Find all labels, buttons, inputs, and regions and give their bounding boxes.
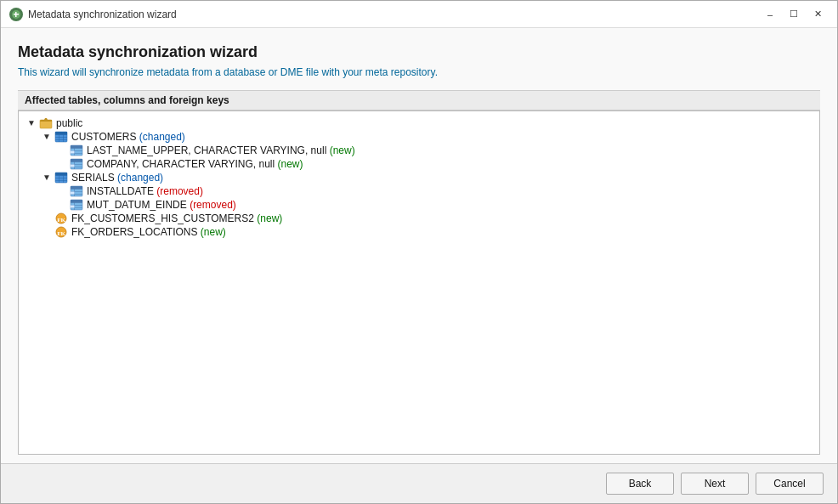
svg-rect-38 xyxy=(71,192,75,195)
svg-rect-5 xyxy=(55,132,67,135)
tree-toggle-fk2 xyxy=(41,226,53,238)
fk-icon: FK xyxy=(54,212,68,224)
tree-item-col3[interactable]: INSTALLDATE (removed) xyxy=(22,184,816,198)
maximize-button[interactable]: ☐ xyxy=(783,6,805,23)
close-button[interactable]: ✕ xyxy=(807,6,829,23)
app-icon xyxy=(9,8,23,21)
column-icon xyxy=(70,144,83,156)
tree-toggle-serials[interactable]: ▼ xyxy=(41,172,53,184)
tree-item-col2[interactable]: COMPANY, CHARACTER VARYING, null (new) xyxy=(22,157,816,171)
tree-item-col4[interactable]: MUT_DATUM_EINDE (removed) xyxy=(22,198,816,212)
tree-toggle-col3 xyxy=(56,185,68,197)
tree-label-col1: LAST_NAME_UPPER, CHARACTER VARYING, null… xyxy=(87,144,355,156)
title-bar-left: Metadata synchronization wizard xyxy=(9,8,177,21)
tree-toggle-customers[interactable]: ▼ xyxy=(41,131,53,143)
next-button[interactable]: Next xyxy=(681,473,749,495)
svg-rect-17 xyxy=(71,151,75,154)
page-subtitle: This wizard will synchronize metadata fr… xyxy=(18,66,820,78)
tree-toggle-col2 xyxy=(56,158,68,170)
table-icon xyxy=(54,131,68,143)
tree-toggle-col1 xyxy=(56,144,68,156)
tree-toggle-public[interactable]: ▼ xyxy=(25,117,37,129)
cancel-button[interactable]: Cancel xyxy=(756,473,824,495)
back-button[interactable]: Back xyxy=(606,473,674,495)
svg-rect-45 xyxy=(71,206,75,208)
footer: Back Next Cancel xyxy=(1,463,837,503)
tree-item-col1[interactable]: LAST_NAME_UPPER, CHARACTER VARYING, null… xyxy=(22,144,816,157)
window-title: Metadata synchronization wizard xyxy=(28,8,177,20)
svg-rect-24 xyxy=(71,165,75,167)
tree-item-customers[interactable]: ▼ CUSTOMERS (changed) xyxy=(22,130,816,144)
tree-label-public: public xyxy=(56,117,82,129)
tree-label-fk1: FK_CUSTOMERS_HIS_CUSTOMERS2 (new) xyxy=(71,212,282,224)
tree-toggle-fk1 xyxy=(41,212,53,224)
tree-panel[interactable]: ▼ public▼ CUSTOMERS (changed) LAST_NAME_… xyxy=(18,110,820,455)
minimize-button[interactable]: – xyxy=(759,6,781,23)
tree-item-fk2[interactable]: FK FK_ORDERS_LOCATIONS (new) xyxy=(22,225,816,239)
column-icon xyxy=(70,158,83,170)
tree-item-fk1[interactable]: FK FK_CUSTOMERS_HIS_CUSTOMERS2 (new) xyxy=(22,212,816,225)
schema-icon xyxy=(39,117,53,129)
svg-rect-2 xyxy=(15,12,17,17)
page-title: Metadata synchronization wizard xyxy=(18,43,820,61)
section-header: Affected tables, columns and foreign key… xyxy=(18,90,820,110)
tree-item-public[interactable]: ▼ public xyxy=(22,116,816,130)
tree-item-serials[interactable]: ▼ SERIALS (changed) xyxy=(22,171,816,184)
tree-toggle-col4 xyxy=(56,199,68,211)
tree-label-serials: SERIALS (changed) xyxy=(71,172,163,184)
main-window: Metadata synchronization wizard – ☐ ✕ Me… xyxy=(0,0,838,504)
table-icon xyxy=(54,172,68,184)
svg-rect-40 xyxy=(71,200,82,203)
svg-text:FK: FK xyxy=(57,230,65,237)
tree-label-fk2: FK_ORDERS_LOCATIONS (new) xyxy=(71,226,226,238)
tree-label-customers: CUSTOMERS (changed) xyxy=(71,131,185,143)
svg-rect-26 xyxy=(55,173,67,176)
content-area: Metadata synchronization wizard This wiz… xyxy=(1,28,837,463)
svg-rect-12 xyxy=(71,145,82,149)
column-icon xyxy=(70,199,83,211)
window-controls: – ☐ ✕ xyxy=(759,6,829,23)
svg-rect-33 xyxy=(71,186,82,190)
title-bar: Metadata synchronization wizard – ☐ ✕ xyxy=(1,1,837,28)
tree-label-col3: INSTALLDATE (removed) xyxy=(87,185,203,197)
fk-icon: FK xyxy=(54,226,68,238)
svg-text:FK: FK xyxy=(57,217,65,224)
tree-label-col4: MUT_DATUM_EINDE (removed) xyxy=(87,199,236,211)
svg-rect-19 xyxy=(71,159,82,162)
column-icon xyxy=(70,185,83,197)
tree-label-col2: COMPANY, CHARACTER VARYING, null (new) xyxy=(87,158,303,170)
